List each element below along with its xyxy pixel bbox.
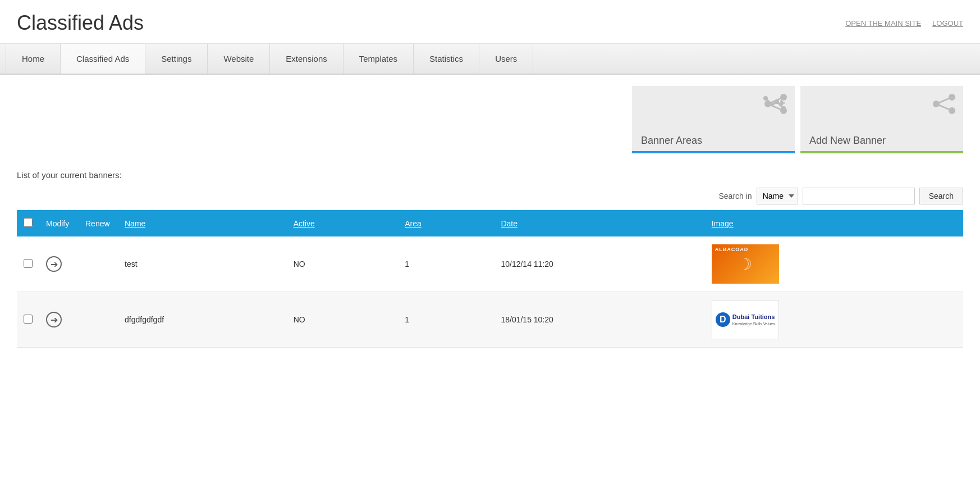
add-banner-icon <box>932 92 956 116</box>
header-links: OPEN THE MAIN SITE LOGOUT <box>845 19 963 28</box>
row-image-cell: ALBACOAD ☽ <box>705 236 963 292</box>
nav-item-home[interactable]: Home <box>6 44 61 74</box>
nav-item-statistics[interactable]: Statistics <box>414 44 479 74</box>
crescent-icon: ☽ <box>738 255 752 274</box>
svg-line-12 <box>936 104 952 111</box>
col-modify: Modify <box>39 210 79 236</box>
nav-item-users[interactable]: Users <box>479 44 533 74</box>
row-renew-cell <box>79 292 118 348</box>
banner-areas-card[interactable]: ⭠ Banner Areas <box>632 86 795 153</box>
table-row: ➔ dfgdfgdfgdf NO 1 18/01/15 10:20 D Duba <box>17 292 963 348</box>
list-header: List of your current banners: <box>17 170 963 180</box>
col-name-sort[interactable]: Name <box>125 219 145 228</box>
dubai-d: D <box>720 315 726 325</box>
row-image-cell: D Dubai Tuitions Knowledge Skills Values <box>705 292 963 348</box>
col-active-sort[interactable]: Active <box>294 219 315 228</box>
search-button[interactable]: Search <box>919 188 963 204</box>
dubai-logo: D Dubai Tuitions Knowledge Skills Values <box>716 312 775 327</box>
row-date-cell: 10/12/14 11:20 <box>494 236 704 292</box>
banner-areas-share-icon <box>763 92 788 116</box>
table-header-row: Modify Renew Name Active Area Date Image <box>17 210 963 236</box>
row-renew-cell <box>79 236 118 292</box>
page-header: Classified Ads OPEN THE MAIN SITE LOGOUT <box>0 0 980 44</box>
col-area[interactable]: Area <box>398 210 494 236</box>
col-area-sort[interactable]: Area <box>405 219 422 228</box>
page-title: Classified Ads <box>17 11 144 35</box>
search-in-label: Search in <box>718 192 752 201</box>
nav-item-settings[interactable]: Settings <box>145 44 208 74</box>
banner-thumbnail: ALBACOAD ☽ <box>712 244 779 284</box>
dubai-circle: D <box>716 312 730 327</box>
table-row: ➔ test NO 1 10/12/14 11:20 ALBACOAD ☽ <box>17 236 963 292</box>
banner-thumbnail: D Dubai Tuitions Knowledge Skills Values <box>712 300 779 339</box>
col-date[interactable]: Date <box>494 210 704 236</box>
row-date-cell: 18/01/15 10:20 <box>494 292 704 348</box>
logout-link[interactable]: LOGOUT <box>932 19 963 28</box>
col-name[interactable]: Name <box>118 210 287 236</box>
row-check-cell <box>17 292 39 348</box>
banner-areas-bar <box>632 151 795 153</box>
modify-icon[interactable]: ➔ <box>46 312 62 327</box>
thumb-label: ALBACOAD <box>715 247 749 252</box>
row-check-cell <box>17 236 39 292</box>
add-new-banner-card[interactable]: Add New Banner <box>800 86 963 153</box>
row-modify-cell: ➔ <box>39 236 79 292</box>
row-name-cell: dfgdfgdfgdf <box>118 292 287 348</box>
open-main-site-link[interactable]: OPEN THE MAIN SITE <box>845 19 921 28</box>
add-new-banner-bar <box>800 151 963 153</box>
svg-line-7 <box>768 104 784 111</box>
search-in-select[interactable]: Name <box>757 188 798 204</box>
dubai-text-block: Dubai Tuitions Knowledge Skills Values <box>732 313 775 326</box>
banner-cards-row: ⭠ Banner Areas <box>17 86 963 153</box>
dubai-tuitions-text: Dubai Tuitions <box>732 313 775 321</box>
row-checkbox[interactable] <box>24 315 33 324</box>
col-date-sort[interactable]: Date <box>501 219 518 228</box>
col-image[interactable]: Image <box>705 210 963 236</box>
search-bar: Search in Name Search <box>17 188 963 204</box>
main-nav: Home Classified Ads Settings Website Ext… <box>0 44 980 75</box>
row-active-cell: NO <box>287 292 399 348</box>
banner-areas-label: Banner Areas <box>641 135 702 147</box>
col-renew: Renew <box>79 210 118 236</box>
svg-line-11 <box>936 97 952 104</box>
dubai-tuitions-sub: Knowledge Skills Values <box>732 322 775 326</box>
nav-item-classified-ads[interactable]: Classified Ads <box>61 44 145 74</box>
row-area-cell: 1 <box>398 292 494 348</box>
nav-item-website[interactable]: Website <box>208 44 270 74</box>
row-modify-cell: ➔ <box>39 292 79 348</box>
row-checkbox[interactable] <box>24 259 33 268</box>
row-name-cell: test <box>118 236 287 292</box>
add-new-banner-label: Add New Banner <box>809 135 886 147</box>
nav-item-templates[interactable]: Templates <box>344 44 414 74</box>
main-content: ⭠ Banner Areas <box>0 75 980 359</box>
svg-line-6 <box>768 97 784 104</box>
row-area-cell: 1 <box>398 236 494 292</box>
search-input[interactable] <box>803 188 915 204</box>
banner-table: Modify Renew Name Active Area Date Image… <box>17 210 963 348</box>
col-active[interactable]: Active <box>287 210 399 236</box>
modify-icon[interactable]: ➔ <box>46 256 62 272</box>
row-active-cell: NO <box>287 236 399 292</box>
select-all-cell <box>17 210 39 236</box>
nav-item-extensions[interactable]: Extensions <box>270 44 343 74</box>
select-all-checkbox[interactable] <box>24 218 33 227</box>
col-image-sort[interactable]: Image <box>712 219 734 228</box>
